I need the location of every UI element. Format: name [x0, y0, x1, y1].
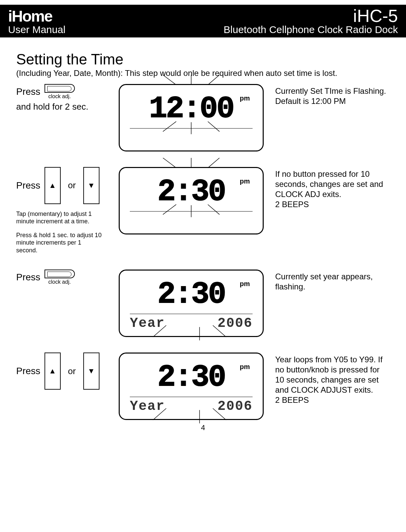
page-number: 4: [16, 423, 390, 432]
lcd-ampm: pm: [240, 363, 250, 371]
step-description: If no button pressed for 10 seconds, cha…: [275, 167, 390, 209]
lcd-time: 12:00: [130, 90, 253, 128]
press-label: Press: [16, 366, 40, 376]
hold-note: Press & hold 1 sec. to adjust 10 minute …: [16, 231, 104, 254]
down-arrow-button: ▼: [83, 167, 99, 204]
step-row: Press clock adj. 2:30 pm Year 2006: [16, 270, 390, 337]
press-label: Press: [16, 272, 40, 283]
lcd-display: 12:00 pm: [119, 84, 264, 151]
lcd-time: 2:30: [130, 173, 253, 211]
step-description: Currently set year appears, flashing.: [275, 270, 390, 292]
lcd-time: 2:30: [130, 276, 253, 313]
page-content: Setting the Time (Including Year, Date, …: [0, 37, 406, 439]
lcd-ampm: pm: [240, 94, 250, 102]
lcd-time: 2:30: [130, 359, 253, 396]
lcd-display: 2:30 pm Year 2006: [119, 270, 264, 337]
brand-logo: iHome: [8, 8, 65, 24]
hold-2-sec-label: and hold for 2 sec.: [16, 102, 111, 112]
or-label: or: [68, 366, 76, 376]
up-arrow-button: ▲: [45, 353, 61, 390]
top-white-bar: [0, 0, 406, 7]
step-row: Press ▲ or ▼ Tap (momentary) to adjust 1…: [16, 167, 390, 254]
lcd-year-value: 2006: [218, 399, 253, 414]
lcd-year-value: 2006: [218, 316, 253, 331]
clock-adj-caption: clock adj.: [48, 93, 71, 100]
section-title: Setting the Time: [16, 51, 390, 68]
header-bar: iHome User Manual iHC-5 Bluetooth Cellph…: [0, 7, 406, 36]
step-row: Press clock adj. and hold for 2 sec. 12:…: [16, 84, 390, 151]
up-arrow-button: ▲: [45, 167, 61, 204]
svg-line-8: [208, 158, 220, 168]
lcd-year-label: Year: [130, 316, 165, 331]
tap-note: Tap (momentary) to adjust 1 minute incre…: [16, 210, 104, 225]
clock-adj-caption: clock adj.: [48, 279, 71, 285]
clock-adj-button: clock adj.: [45, 84, 75, 100]
clock-adj-button: clock adj.: [45, 270, 75, 285]
step-description: Currently Set TIme is Flashing. Default …: [275, 84, 390, 106]
product-name: Bluetooth Cellphone Clock Radio Dock: [224, 24, 398, 35]
press-label: Press: [16, 86, 40, 97]
lcd-year-label: Year: [130, 399, 165, 414]
lcd-display: 2:30 pm Year 2006: [119, 353, 264, 420]
step-row: Press ▲ or ▼ 2:30 pm Year 2006: [16, 353, 390, 420]
lcd-ampm: pm: [240, 280, 250, 288]
model-number: iHC-5: [353, 8, 398, 24]
lcd-display: 2:30 pm: [119, 167, 264, 234]
manual-label: User Manual: [8, 24, 65, 35]
svg-line-6: [163, 158, 176, 168]
lcd-ampm: pm: [240, 177, 250, 185]
step-description: Year loops from Y05 to Y99. If no button…: [275, 353, 390, 405]
section-subtitle: (Including Year, Date, Month): This step…: [16, 68, 390, 78]
or-label: or: [68, 180, 76, 191]
down-arrow-button: ▼: [83, 353, 99, 390]
press-label: Press: [16, 180, 40, 191]
